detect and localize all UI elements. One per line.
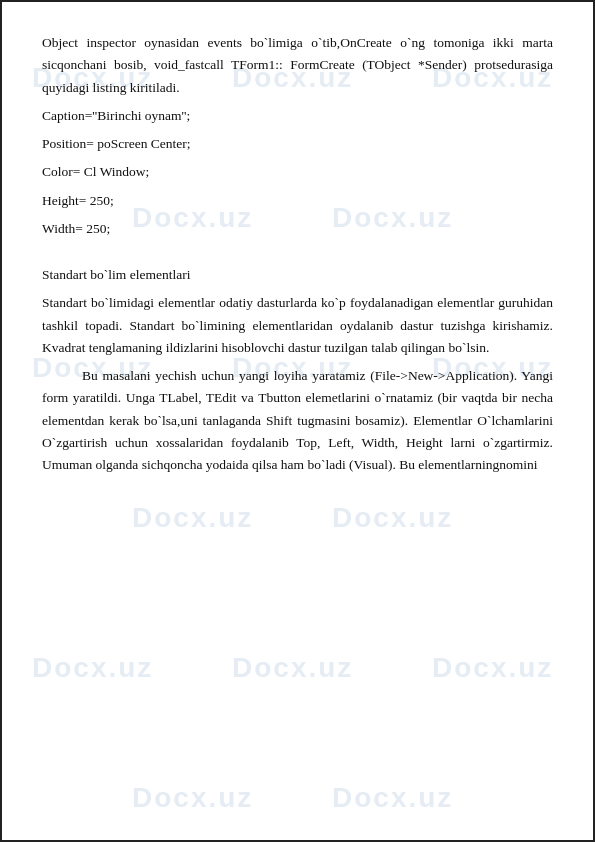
watermark: Docx.uz — [232, 652, 353, 684]
paragraph-1: Object inspector oynasidan events bo`lim… — [42, 32, 553, 99]
paragraph-3: Position= poScreen Center; — [42, 133, 553, 155]
page-content: Object inspector oynasidan events bo`lim… — [2, 2, 593, 513]
paragraph-4: Color= Cl Window; — [42, 161, 553, 183]
paragraph-6: Width= 250; — [42, 218, 553, 240]
paragraph-2: Caption=''Birinchi oynam''; — [42, 105, 553, 127]
page: Docx.uz Docx.uz Docx.uz Docx.uz Docx.uz … — [0, 0, 595, 842]
watermark: Docx.uz — [432, 652, 553, 684]
watermark: Docx.uz — [32, 652, 153, 684]
paragraph-7: Standart bo`limidagi elementlar odatiy d… — [42, 292, 553, 359]
watermark: Docx.uz — [132, 782, 253, 814]
section-title: Standart bo`lim elementlari — [42, 264, 553, 286]
paragraph-5: Height= 250; — [42, 190, 553, 212]
paragraph-8: Bu masalani yechish uchun yangi loyiha y… — [42, 365, 553, 476]
watermark: Docx.uz — [332, 782, 453, 814]
